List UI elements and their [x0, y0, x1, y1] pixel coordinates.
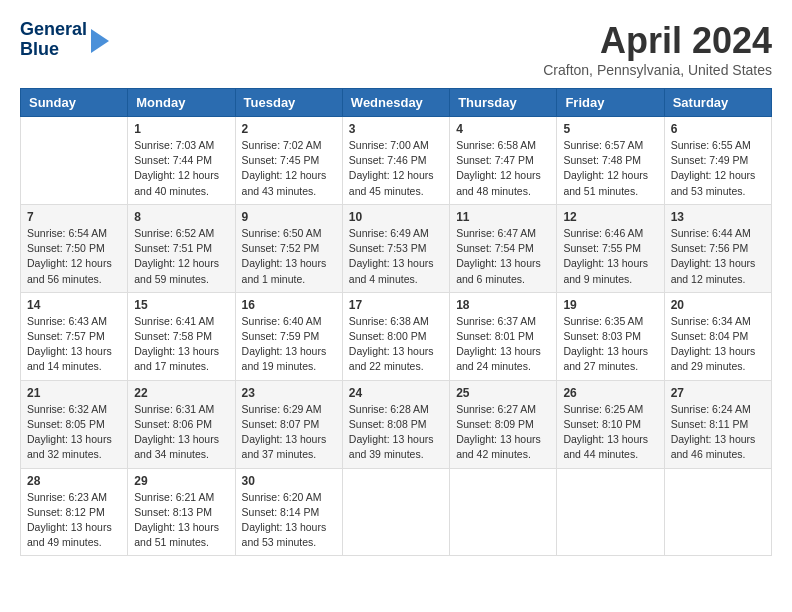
calendar-table: SundayMondayTuesdayWednesdayThursdayFrid…	[20, 88, 772, 556]
calendar-cell-week1-day2: 1Sunrise: 7:03 AMSunset: 7:44 PMDaylight…	[128, 117, 235, 205]
day-number: 13	[671, 210, 765, 224]
day-detail: Sunrise: 7:03 AMSunset: 7:44 PMDaylight:…	[134, 138, 228, 199]
calendar-cell-week5-day7	[664, 468, 771, 556]
calendar-cell-week4-day2: 22Sunrise: 6:31 AMSunset: 8:06 PMDayligh…	[128, 380, 235, 468]
calendar-cell-week1-day5: 4Sunrise: 6:58 AMSunset: 7:47 PMDaylight…	[450, 117, 557, 205]
day-detail: Sunrise: 6:46 AMSunset: 7:55 PMDaylight:…	[563, 226, 657, 287]
calendar-cell-week2-day6: 12Sunrise: 6:46 AMSunset: 7:55 PMDayligh…	[557, 204, 664, 292]
day-detail: Sunrise: 6:40 AMSunset: 7:59 PMDaylight:…	[242, 314, 336, 375]
calendar-week-row-5: 28Sunrise: 6:23 AMSunset: 8:12 PMDayligh…	[21, 468, 772, 556]
calendar-cell-week4-day4: 24Sunrise: 6:28 AMSunset: 8:08 PMDayligh…	[342, 380, 449, 468]
calendar-cell-week1-day3: 2Sunrise: 7:02 AMSunset: 7:45 PMDaylight…	[235, 117, 342, 205]
day-detail: Sunrise: 6:44 AMSunset: 7:56 PMDaylight:…	[671, 226, 765, 287]
day-number: 15	[134, 298, 228, 312]
calendar-header-monday: Monday	[128, 89, 235, 117]
day-detail: Sunrise: 6:23 AMSunset: 8:12 PMDaylight:…	[27, 490, 121, 551]
calendar-cell-week4-day3: 23Sunrise: 6:29 AMSunset: 8:07 PMDayligh…	[235, 380, 342, 468]
calendar-cell-week5-day4	[342, 468, 449, 556]
day-number: 6	[671, 122, 765, 136]
calendar-cell-week2-day3: 9Sunrise: 6:50 AMSunset: 7:52 PMDaylight…	[235, 204, 342, 292]
day-number: 26	[563, 386, 657, 400]
day-detail: Sunrise: 7:02 AMSunset: 7:45 PMDaylight:…	[242, 138, 336, 199]
calendar-header-row: SundayMondayTuesdayWednesdayThursdayFrid…	[21, 89, 772, 117]
day-detail: Sunrise: 6:52 AMSunset: 7:51 PMDaylight:…	[134, 226, 228, 287]
day-number: 1	[134, 122, 228, 136]
calendar-cell-week3-day2: 15Sunrise: 6:41 AMSunset: 7:58 PMDayligh…	[128, 292, 235, 380]
day-detail: Sunrise: 6:34 AMSunset: 8:04 PMDaylight:…	[671, 314, 765, 375]
calendar-cell-week5-day2: 29Sunrise: 6:21 AMSunset: 8:13 PMDayligh…	[128, 468, 235, 556]
day-number: 28	[27, 474, 121, 488]
day-number: 4	[456, 122, 550, 136]
day-detail: Sunrise: 6:43 AMSunset: 7:57 PMDaylight:…	[27, 314, 121, 375]
day-number: 10	[349, 210, 443, 224]
day-number: 3	[349, 122, 443, 136]
calendar-cell-week1-day6: 5Sunrise: 6:57 AMSunset: 7:48 PMDaylight…	[557, 117, 664, 205]
day-number: 24	[349, 386, 443, 400]
calendar-cell-week3-day4: 17Sunrise: 6:38 AMSunset: 8:00 PMDayligh…	[342, 292, 449, 380]
day-detail: Sunrise: 6:35 AMSunset: 8:03 PMDaylight:…	[563, 314, 657, 375]
calendar-cell-week4-day5: 25Sunrise: 6:27 AMSunset: 8:09 PMDayligh…	[450, 380, 557, 468]
day-number: 7	[27, 210, 121, 224]
calendar-cell-week4-day6: 26Sunrise: 6:25 AMSunset: 8:10 PMDayligh…	[557, 380, 664, 468]
day-detail: Sunrise: 6:28 AMSunset: 8:08 PMDaylight:…	[349, 402, 443, 463]
day-number: 20	[671, 298, 765, 312]
day-detail: Sunrise: 6:58 AMSunset: 7:47 PMDaylight:…	[456, 138, 550, 199]
day-detail: Sunrise: 6:31 AMSunset: 8:06 PMDaylight:…	[134, 402, 228, 463]
page-title: April 2024	[543, 20, 772, 62]
calendar-cell-week2-day2: 8Sunrise: 6:52 AMSunset: 7:51 PMDaylight…	[128, 204, 235, 292]
calendar-cell-week1-day7: 6Sunrise: 6:55 AMSunset: 7:49 PMDaylight…	[664, 117, 771, 205]
calendar-cell-week2-day4: 10Sunrise: 6:49 AMSunset: 7:53 PMDayligh…	[342, 204, 449, 292]
calendar-header-friday: Friday	[557, 89, 664, 117]
calendar-header-saturday: Saturday	[664, 89, 771, 117]
calendar-cell-week3-day7: 20Sunrise: 6:34 AMSunset: 8:04 PMDayligh…	[664, 292, 771, 380]
day-number: 18	[456, 298, 550, 312]
day-detail: Sunrise: 6:49 AMSunset: 7:53 PMDaylight:…	[349, 226, 443, 287]
logo: GeneralBlue	[20, 20, 109, 60]
day-number: 29	[134, 474, 228, 488]
day-number: 21	[27, 386, 121, 400]
day-detail: Sunrise: 6:37 AMSunset: 8:01 PMDaylight:…	[456, 314, 550, 375]
page-subtitle: Crafton, Pennsylvania, United States	[543, 62, 772, 78]
day-detail: Sunrise: 6:47 AMSunset: 7:54 PMDaylight:…	[456, 226, 550, 287]
calendar-cell-week5-day5	[450, 468, 557, 556]
calendar-header-sunday: Sunday	[21, 89, 128, 117]
day-detail: Sunrise: 6:20 AMSunset: 8:14 PMDaylight:…	[242, 490, 336, 551]
calendar-cell-week2-day1: 7Sunrise: 6:54 AMSunset: 7:50 PMDaylight…	[21, 204, 128, 292]
day-detail: Sunrise: 6:21 AMSunset: 8:13 PMDaylight:…	[134, 490, 228, 551]
logo-arrow-icon	[91, 29, 109, 53]
calendar-cell-week3-day1: 14Sunrise: 6:43 AMSunset: 7:57 PMDayligh…	[21, 292, 128, 380]
day-number: 27	[671, 386, 765, 400]
day-detail: Sunrise: 6:27 AMSunset: 8:09 PMDaylight:…	[456, 402, 550, 463]
calendar-week-row-1: 1Sunrise: 7:03 AMSunset: 7:44 PMDaylight…	[21, 117, 772, 205]
day-detail: Sunrise: 6:57 AMSunset: 7:48 PMDaylight:…	[563, 138, 657, 199]
day-detail: Sunrise: 6:55 AMSunset: 7:49 PMDaylight:…	[671, 138, 765, 199]
day-detail: Sunrise: 6:54 AMSunset: 7:50 PMDaylight:…	[27, 226, 121, 287]
calendar-week-row-3: 14Sunrise: 6:43 AMSunset: 7:57 PMDayligh…	[21, 292, 772, 380]
calendar-week-row-2: 7Sunrise: 6:54 AMSunset: 7:50 PMDaylight…	[21, 204, 772, 292]
day-number: 16	[242, 298, 336, 312]
calendar-cell-week4-day7: 27Sunrise: 6:24 AMSunset: 8:11 PMDayligh…	[664, 380, 771, 468]
calendar-cell-week3-day6: 19Sunrise: 6:35 AMSunset: 8:03 PMDayligh…	[557, 292, 664, 380]
day-number: 25	[456, 386, 550, 400]
calendar-cell-week2-day7: 13Sunrise: 6:44 AMSunset: 7:56 PMDayligh…	[664, 204, 771, 292]
calendar-cell-week1-day4: 3Sunrise: 7:00 AMSunset: 7:46 PMDaylight…	[342, 117, 449, 205]
calendar-cell-week5-day1: 28Sunrise: 6:23 AMSunset: 8:12 PMDayligh…	[21, 468, 128, 556]
calendar-cell-week5-day3: 30Sunrise: 6:20 AMSunset: 8:14 PMDayligh…	[235, 468, 342, 556]
day-number: 8	[134, 210, 228, 224]
day-number: 14	[27, 298, 121, 312]
calendar-cell-week3-day5: 18Sunrise: 6:37 AMSunset: 8:01 PMDayligh…	[450, 292, 557, 380]
calendar-cell-week1-day1	[21, 117, 128, 205]
day-number: 11	[456, 210, 550, 224]
day-number: 5	[563, 122, 657, 136]
day-number: 30	[242, 474, 336, 488]
calendar-header-thursday: Thursday	[450, 89, 557, 117]
calendar-header-wednesday: Wednesday	[342, 89, 449, 117]
calendar-cell-week5-day6	[557, 468, 664, 556]
calendar-week-row-4: 21Sunrise: 6:32 AMSunset: 8:05 PMDayligh…	[21, 380, 772, 468]
day-number: 9	[242, 210, 336, 224]
calendar-cell-week3-day3: 16Sunrise: 6:40 AMSunset: 7:59 PMDayligh…	[235, 292, 342, 380]
day-number: 2	[242, 122, 336, 136]
calendar-cell-week4-day1: 21Sunrise: 6:32 AMSunset: 8:05 PMDayligh…	[21, 380, 128, 468]
day-number: 19	[563, 298, 657, 312]
day-detail: Sunrise: 6:29 AMSunset: 8:07 PMDaylight:…	[242, 402, 336, 463]
